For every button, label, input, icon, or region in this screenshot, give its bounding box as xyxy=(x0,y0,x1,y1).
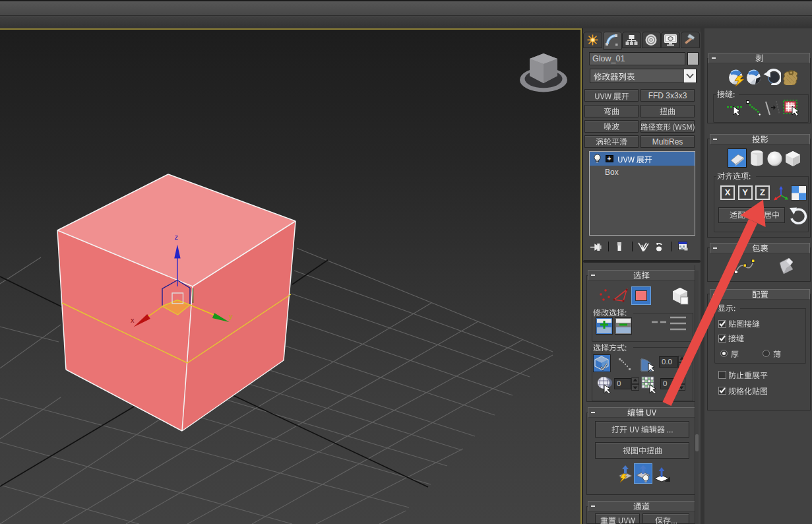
svg-text:z: z xyxy=(175,233,179,241)
svg-text:x: x xyxy=(131,316,135,324)
svg-text:y: y xyxy=(229,312,233,320)
